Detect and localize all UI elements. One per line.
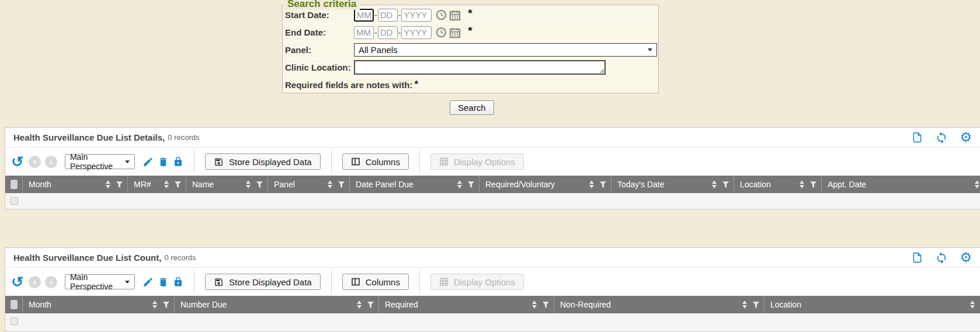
store-displayed-data-button[interactable]: Store Displayed Data — [205, 153, 321, 170]
sort-icon[interactable] — [712, 180, 717, 188]
sort-icon[interactable] — [742, 300, 747, 309]
edit-perspective-icon[interactable] — [143, 277, 154, 288]
start-date-month-input[interactable] — [354, 9, 374, 22]
search-button[interactable]: Search — [450, 100, 494, 115]
start-date-day-input[interactable] — [378, 9, 398, 22]
end-date-label: End Date: — [285, 27, 354, 37]
panel-select-value: All Panels — [359, 45, 398, 55]
previous-perspective-button[interactable]: ‹ — [29, 276, 41, 288]
select-all-checkbox[interactable] — [11, 300, 18, 309]
filter-icon[interactable] — [116, 181, 123, 188]
due-list-count-section: Health Surveillance Due List Count, 0 re… — [5, 247, 980, 332]
column-header-number-due[interactable]: Number Due — [175, 296, 379, 313]
columns-button[interactable]: Columns — [342, 274, 409, 290]
sort-icon[interactable] — [246, 180, 251, 188]
filter-icon[interactable] — [467, 181, 475, 188]
sort-icon[interactable] — [357, 300, 362, 309]
perspective-select[interactable]: Main Perspective — [65, 274, 135, 289]
column-header-date-panel-due[interactable]: Date Panel Due — [350, 176, 479, 193]
gear-icon[interactable]: ⚙ — [960, 131, 972, 144]
filter-icon[interactable] — [599, 181, 607, 188]
search-criteria-title: Search criteria — [284, 0, 360, 10]
lock-perspective-icon[interactable] — [173, 277, 183, 287]
sort-icon[interactable] — [164, 180, 169, 188]
refresh-icon[interactable] — [935, 131, 948, 144]
filter-icon[interactable] — [542, 301, 550, 309]
start-date-label: Start Date: — [285, 10, 354, 20]
columns-icon — [351, 277, 360, 286]
filter-icon[interactable] — [162, 301, 170, 309]
gear-icon[interactable]: ⚙ — [960, 251, 972, 264]
undo-icon[interactable]: ↺ — [11, 155, 23, 169]
row-checkbox[interactable] — [11, 317, 18, 325]
column-header-panel[interactable]: Panel — [268, 176, 350, 193]
resize-grip-icon — [599, 68, 604, 73]
new-document-icon[interactable] — [911, 131, 923, 144]
refresh-icon[interactable] — [935, 251, 948, 264]
clock-icon[interactable] — [436, 27, 447, 38]
column-header-required[interactable]: Required — [379, 296, 554, 313]
sort-icon[interactable] — [457, 180, 462, 188]
select-all-checkbox[interactable] — [11, 180, 18, 189]
display-options-button[interactable]: Display Options — [430, 274, 524, 290]
column-header-location[interactable]: Location — [734, 176, 822, 193]
new-document-icon[interactable] — [911, 251, 923, 264]
required-marker: * — [468, 7, 472, 20]
start-date-year-input[interactable] — [401, 9, 432, 22]
clinic-location-input[interactable] — [354, 60, 606, 75]
column-header-mr#[interactable]: MR# — [128, 176, 186, 193]
column-header-appt-date[interactable]: Appt. Date — [822, 176, 980, 193]
edit-perspective-icon[interactable] — [143, 156, 154, 167]
row-checkbox[interactable] — [11, 197, 18, 205]
sort-icon[interactable] — [106, 180, 110, 188]
save-icon — [214, 157, 224, 167]
sort-icon[interactable] — [975, 180, 979, 188]
clinic-location-label: Clinic Location: — [285, 62, 354, 72]
perspective-value: Main Perspective — [70, 272, 125, 291]
sort-icon[interactable] — [970, 300, 975, 309]
panel-select[interactable]: All Panels — [354, 43, 657, 57]
column-header-required-voluntary[interactable]: Required/Voluntary — [479, 176, 611, 193]
end-date-year-input[interactable] — [401, 26, 432, 39]
filter-icon[interactable] — [174, 181, 182, 188]
section-title: Health Surveillance Due List Count, — [13, 253, 161, 263]
filter-icon[interactable] — [338, 181, 345, 188]
filter-icon[interactable] — [809, 181, 817, 188]
sort-icon[interactable] — [328, 180, 332, 188]
column-header-today-s-date[interactable]: Today's Date — [611, 176, 734, 193]
filter-icon[interactable] — [256, 181, 263, 188]
records-count: 0 records — [164, 253, 196, 262]
next-perspective-button[interactable]: › — [45, 276, 57, 288]
sort-icon[interactable] — [589, 180, 594, 188]
grid-icon — [439, 277, 449, 286]
sort-icon[interactable] — [532, 300, 537, 309]
calendar-icon[interactable] — [449, 27, 461, 39]
filter-icon[interactable] — [367, 301, 374, 309]
next-perspective-button[interactable]: › — [45, 156, 57, 168]
sort-icon[interactable] — [800, 180, 804, 188]
column-header-location[interactable]: Location — [764, 296, 980, 313]
columns-button[interactable]: Columns — [342, 153, 409, 170]
sort-icon[interactable] — [152, 300, 157, 309]
required-note: Required fields are notes with: — [285, 80, 412, 90]
search-criteria-panel: Search criteria Start Date: - - * End Da… — [282, 5, 659, 93]
perspective-select[interactable]: Main Perspective — [65, 154, 135, 169]
column-header-name[interactable]: Name — [186, 176, 268, 193]
end-date-month-input[interactable] — [354, 26, 374, 39]
store-displayed-data-button[interactable]: Store Displayed Data — [205, 274, 321, 290]
end-date-day-input[interactable] — [378, 26, 398, 39]
calendar-icon[interactable] — [449, 9, 461, 21]
display-options-button[interactable]: Display Options — [430, 153, 524, 170]
column-header-month[interactable]: Month — [23, 296, 175, 313]
undo-icon[interactable]: ↺ — [11, 275, 23, 289]
clock-icon[interactable] — [436, 9, 447, 20]
previous-perspective-button[interactable]: ‹ — [29, 156, 41, 168]
required-marker: * — [468, 25, 472, 37]
column-header-non-required[interactable]: Non-Required — [554, 296, 764, 313]
delete-perspective-icon[interactable] — [158, 277, 169, 288]
column-header-month[interactable]: Month — [23, 176, 128, 193]
filter-icon[interactable] — [752, 301, 760, 309]
delete-perspective-icon[interactable] — [158, 156, 169, 167]
filter-icon[interactable] — [722, 181, 729, 188]
lock-perspective-icon[interactable] — [173, 156, 183, 167]
